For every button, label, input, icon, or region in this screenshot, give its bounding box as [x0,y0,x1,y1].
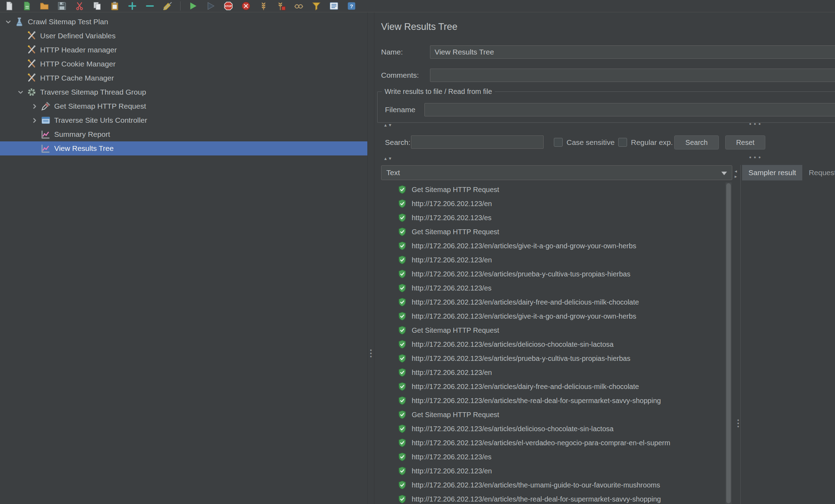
chevron-down-icon[interactable] [2,17,14,27]
regular-exp-checkbox[interactable] [618,138,627,147]
result-item[interactable]: http://172.206.202.123/en/articles/dairy… [381,379,726,394]
comments-input[interactable] [430,69,835,82]
result-item[interactable]: http://172.206.202.123/es/articles/el-ve… [381,436,726,450]
new-file-icon[interactable] [4,1,14,11]
tree-item-view-results-tree[interactable]: View Results Tree [0,141,367,155]
result-label: http://172.206.202.123/es [412,284,492,292]
indent-spacer [14,31,27,41]
result-label: http://172.206.202.123/en [412,369,492,377]
success-shield-icon [398,368,407,377]
success-shield-icon [398,480,407,490]
result-item[interactable]: http://172.206.202.123/en/articles/give-… [381,239,726,253]
case-sensitive-label[interactable]: Case sensitive [567,135,615,149]
detail-splitter-grip-icon[interactable]: • • • [737,419,739,428]
tree-item-traverse-site-urls-controller[interactable]: Traverse Site Urls Controller [0,113,367,127]
open-icon[interactable] [39,1,49,11]
tab-request[interactable]: Request [802,165,835,180]
results-splitter[interactable]: ▴ ▾ • • • [374,156,835,161]
tree-item-traverse-sitemap-thread-group[interactable]: Traverse Sitemap Thread Group [0,85,367,99]
success-shield-icon [398,466,407,476]
name-input[interactable] [430,45,835,59]
regular-exp-label[interactable]: Regular exp. [631,135,673,149]
stop-icon[interactable]: STOP [223,1,233,11]
result-label: http://172.206.202.123/en [412,256,492,264]
tree-item-user-defined-variables[interactable]: User Defined Variables [0,29,367,43]
templates-icon[interactable] [22,1,32,11]
tree-item-crawl-sitemap-test-plan[interactable]: Crawl Sitemap Test Plan [0,15,367,29]
clear-icon[interactable] [311,1,321,11]
start-no-pauses-icon[interactable] [206,1,216,11]
paste-icon[interactable] [110,1,120,11]
tree-item-http-cookie-manager[interactable]: HTTP Cookie Manager [0,57,367,71]
scrollbar-thumb[interactable] [726,183,731,503]
collapse-all-icon[interactable] [145,1,155,11]
view-mode-select[interactable]: Text [381,165,732,180]
divider-grip-icon[interactable]: • • • [749,154,761,161]
result-label: http://172.206.202.123/es [412,214,492,222]
result-item[interactable]: http://172.206.202.123/es/articles/delic… [381,422,726,436]
cut-icon[interactable] [75,1,84,11]
divider-collapse-icon[interactable]: ▴ ▾ [384,155,392,161]
result-item[interactable]: http://172.206.202.123/en [381,464,726,478]
result-item[interactable]: http://172.206.202.123/en/articles/give-… [381,309,726,323]
chevron-right-icon[interactable] [28,115,41,126]
help-icon[interactable]: ? [347,1,356,11]
result-item[interactable]: http://172.206.202.123/en [381,365,726,379]
result-item[interactable]: Get Sitemap HTTP Request [381,225,726,239]
toggle-icon[interactable] [163,1,172,11]
tree-item-get-sitemap-http-request[interactable]: Get Sitemap HTTP Request [0,99,367,113]
search-splitter[interactable]: ▴ ▾ • • • [374,123,835,128]
copy-icon[interactable] [92,1,102,11]
divider-collapse-icon[interactable]: ▴ ▾ [384,122,392,128]
search-icon[interactable] [294,1,304,11]
filename-input[interactable] [424,103,835,116]
indent-spacer [28,143,41,154]
result-item[interactable]: Get Sitemap HTTP Request [381,408,726,422]
listener-icon [41,143,51,153]
result-item[interactable]: http://172.206.202.123/en [381,197,726,211]
result-item[interactable]: http://172.206.202.123/en/articles/the-u… [381,478,726,492]
svg-text:?: ? [350,3,353,9]
tree-item-http-header-manager[interactable]: HTTP Header manager [0,43,367,57]
chevron-right-icon[interactable] [28,101,41,111]
reset-button[interactable]: Reset [725,135,765,149]
result-item[interactable]: http://172.206.202.123/en/articles/dairy… [381,295,726,309]
remote-start-all-icon[interactable] [259,1,268,11]
result-label: Get Sitemap HTTP Request [412,228,499,236]
result-item[interactable]: http://172.206.202.123/en [381,253,726,267]
clear-all-icon[interactable] [329,1,339,11]
search-button[interactable]: Search [674,135,719,149]
expand-all-icon[interactable] [127,1,137,11]
result-label: http://172.206.202.123/es/articles/prueb… [412,355,630,363]
success-shield-icon [398,227,407,236]
result-item[interactable]: http://172.206.202.123/es [381,450,726,464]
tab-sampler-result[interactable]: Sampler result [742,165,802,180]
result-item[interactable]: http://172.206.202.123/es/articles/prueb… [381,351,726,365]
result-item[interactable]: http://172.206.202.123/es/articles/delic… [381,337,726,351]
result-item[interactable]: http://172.206.202.123/en/articles/the-r… [381,492,726,504]
listener-icon [41,129,51,139]
start-icon[interactable] [188,1,198,11]
case-sensitive-checkbox[interactable] [554,138,563,147]
results-scrollbar[interactable] [726,183,732,504]
result-item[interactable]: http://172.206.202.123/es [381,211,726,225]
tree-item-http-cache-manager[interactable]: HTTP Cache Manager [0,71,367,85]
main-splitter[interactable]: • • • [367,12,374,504]
save-icon[interactable] [57,1,67,11]
result-item[interactable]: http://172.206.202.123/es/articles/prueb… [381,267,726,281]
success-shield-icon [398,283,407,293]
result-item[interactable]: http://172.206.202.123/en/articles/the-r… [381,394,726,408]
search-input[interactable] [411,135,544,149]
detail-splitter-arrows-icon[interactable]: ◂ ▸ [733,168,739,179]
chevron-down-icon[interactable] [14,87,27,97]
result-item[interactable]: Get Sitemap HTTP Request [381,183,726,197]
remote-stop-all-icon[interactable] [276,1,286,11]
tree-item-summary-report[interactable]: Summary Report [0,127,367,141]
splitter-grip-icon[interactable]: • • • [370,349,372,358]
success-shield-icon [398,438,407,447]
name-label: Name: [381,45,403,59]
shutdown-icon[interactable] [241,1,251,11]
result-item[interactable]: Get Sitemap HTTP Request [381,323,726,337]
divider-grip-icon[interactable]: • • • [749,121,761,128]
result-item[interactable]: http://172.206.202.123/es [381,281,726,295]
